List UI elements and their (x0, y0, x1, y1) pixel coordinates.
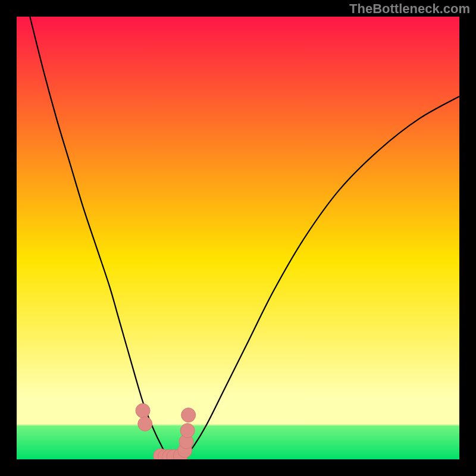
chart-frame: TheBottleneck.com (0, 0, 476, 476)
gradient-bg (17, 17, 459, 459)
marker-dot (181, 408, 196, 422)
marker-dot (138, 416, 152, 431)
plot-area (17, 17, 459, 459)
chart-svg (17, 17, 459, 459)
marker-dot (180, 424, 195, 438)
marker-dot (136, 403, 150, 418)
watermark-text: TheBottleneck.com (349, 1, 470, 17)
